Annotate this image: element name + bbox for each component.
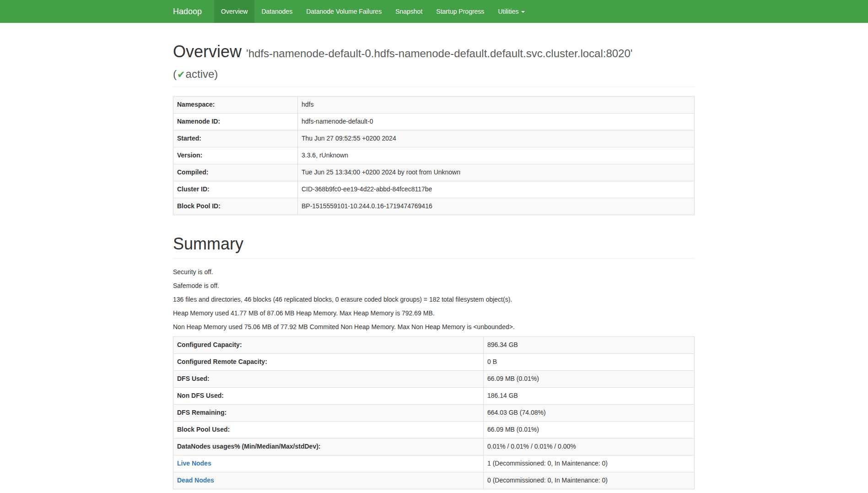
table-row: Namenode ID: hdfs-namenode-default-0 — [173, 113, 695, 130]
overview-page-header: Overview 'hdfs-namenode-default-0.hdfs-n… — [173, 41, 695, 87]
row-label: Live Nodes — [173, 455, 484, 472]
nav-item-utilities-label: Utilities — [498, 8, 518, 15]
caret-down-icon — [521, 11, 525, 13]
table-row: Compiled: Tue Jun 25 13:34:00 +0200 2024… — [173, 164, 695, 181]
row-value: 0 (Decommissioned: 0, In Maintenance: 0) — [484, 472, 695, 489]
summary-page-header: Summary — [173, 233, 695, 259]
nav-item-snapshot[interactable]: Snapshot — [388, 0, 429, 23]
table-row: DataNodes usages% (Min/Median/Max/stdDev… — [173, 438, 695, 455]
row-value: Tue Jun 25 13:34:00 +0200 2024 by root f… — [298, 164, 695, 181]
summary-line-heap-memory: Heap Memory used 41.77 MB of 87.06 MB He… — [173, 309, 695, 318]
dead-nodes-link[interactable]: Dead Nodes — [177, 477, 214, 484]
summary-stats-table: Configured Capacity: 896.34 GB Configure… — [173, 336, 695, 489]
row-value: 1 (Decommissioned: 0, In Maintenance: 0) — [484, 455, 695, 472]
row-value: 896.34 GB — [484, 336, 695, 353]
namenode-address: 'hdfs-namenode-default-0.hdfs-namenode-d… — [246, 47, 632, 60]
row-value: 664.03 GB (74.08%) — [484, 404, 695, 421]
page-subtitle: 'hdfs-namenode-default-0.hdfs-namenode-d… — [173, 47, 632, 80]
row-label: DFS Remaining: — [173, 404, 484, 421]
row-label: Version: — [173, 147, 298, 164]
nav-item-utilities-dropdown[interactable]: Utilities — [491, 0, 531, 23]
page-title: Overview 'hdfs-namenode-default-0.hdfs-n… — [173, 41, 695, 82]
nav-item-startup-progress[interactable]: Startup Progress — [429, 0, 491, 23]
summary-line-filesystem-objects: 136 files and directories, 46 blocks (46… — [173, 295, 695, 304]
summary-title: Summary — [173, 233, 695, 254]
row-label: Cluster ID: — [173, 181, 298, 198]
row-label: Namespace: — [173, 97, 298, 114]
row-value: hdfs-namenode-default-0 — [298, 113, 695, 130]
table-row: DFS Remaining: 664.03 GB (74.08%) — [173, 404, 695, 421]
nav-item-datanodes[interactable]: Datanodes — [254, 0, 299, 23]
nav-item-utilities-container: Utilities — [491, 0, 531, 23]
row-label: Dead Nodes — [173, 472, 484, 489]
nav-item-snapshot-container: Snapshot — [388, 0, 429, 23]
row-value: 66.09 MB (0.01%) — [484, 370, 695, 387]
summary-line-security: Security is off. — [173, 268, 695, 277]
table-row: Block Pool Used: 66.09 MB (0.01%) — [173, 421, 695, 438]
page-title-text: Overview — [173, 42, 242, 61]
navbar-inner: Hadoop Overview Datanodes Datanode Volum… — [166, 0, 868, 23]
row-label: Namenode ID: — [173, 113, 298, 130]
table-row: Configured Remote Capacity: 0 B — [173, 353, 695, 370]
table-row: Block Pool ID: BP-1515559101-10.244.0.16… — [173, 198, 695, 215]
row-value: hdfs — [298, 97, 695, 114]
check-icon: ✔ — [177, 69, 186, 80]
hadoop-namenode-overview-page: { "colors": { "navbar_bg": "#43a047", "n… — [0, 0, 868, 493]
nav-item-overview[interactable]: Overview — [214, 0, 254, 23]
summary-line-safemode: Safemode is off. — [173, 282, 695, 291]
nav-item-overview-container: Overview — [214, 0, 254, 23]
table-row: Namespace: hdfs — [173, 97, 695, 114]
row-value: BP-1515559101-10.244.0.16-1719474769416 — [298, 198, 695, 215]
table-row: DFS Used: 66.09 MB (0.01%) — [173, 370, 695, 387]
status-badge: active — [186, 68, 215, 80]
table-row: Non DFS Used: 186.14 GB — [173, 387, 695, 404]
status-open-paren: ( — [173, 68, 177, 80]
row-label: DFS Used: — [173, 370, 484, 387]
table-row: Cluster ID: CID-368b9fc0-ee19-4d22-abbd-… — [173, 181, 695, 198]
row-value: 66.09 MB (0.01%) — [484, 421, 695, 438]
nav-item-startup-progress-container: Startup Progress — [429, 0, 491, 23]
row-value: CID-368b9fc0-ee19-4d22-abbd-84fcec8117be — [298, 181, 695, 198]
table-row: Version: 3.3.6, rUnknown — [173, 147, 695, 164]
row-label: Compiled: — [173, 164, 298, 181]
summary-line-non-heap-memory: Non Heap Memory used 75.06 MB of 77.92 M… — [173, 323, 695, 332]
brand-link[interactable]: Hadoop — [173, 0, 209, 23]
row-value: 3.3.6, rUnknown — [298, 147, 695, 164]
row-label: Configured Remote Capacity: — [173, 353, 484, 370]
row-value: 0.01% / 0.01% / 0.01% / 0.00% — [484, 438, 695, 455]
row-value: Thu Jun 27 09:52:55 +0200 2024 — [298, 130, 695, 147]
top-navbar: Hadoop Overview Datanodes Datanode Volum… — [0, 0, 868, 23]
status-close-paren: ) — [214, 68, 218, 80]
table-row: Dead Nodes 0 (Decommissioned: 0, In Main… — [173, 472, 695, 489]
row-label: DataNodes usages% (Min/Median/Max/stdDev… — [173, 438, 484, 455]
table-row: Live Nodes 1 (Decommissioned: 0, In Main… — [173, 455, 695, 472]
row-label: Configured Capacity: — [173, 336, 484, 353]
navbar-menu: Overview Datanodes Datanode Volume Failu… — [214, 0, 531, 23]
row-value: 0 B — [484, 353, 695, 370]
row-label: Started: — [173, 130, 298, 147]
live-nodes-link[interactable]: Live Nodes — [177, 460, 211, 467]
row-label: Block Pool Used: — [173, 421, 484, 438]
namenode-info-table: Namespace: hdfs Namenode ID: hdfs-nameno… — [173, 96, 695, 215]
table-row: Started: Thu Jun 27 09:52:55 +0200 2024 — [173, 130, 695, 147]
table-row: Configured Capacity: 896.34 GB — [173, 336, 695, 353]
main-container: Overview 'hdfs-namenode-default-0.hdfs-n… — [166, 41, 701, 489]
nav-item-datanode-volume-failures-container: Datanode Volume Failures — [299, 0, 388, 23]
row-value: 186.14 GB — [484, 387, 695, 404]
nav-item-datanode-volume-failures[interactable]: Datanode Volume Failures — [299, 0, 388, 23]
row-label: Block Pool ID: — [173, 198, 298, 215]
nav-item-datanodes-container: Datanodes — [254, 0, 299, 23]
row-label: Non DFS Used: — [173, 387, 484, 404]
